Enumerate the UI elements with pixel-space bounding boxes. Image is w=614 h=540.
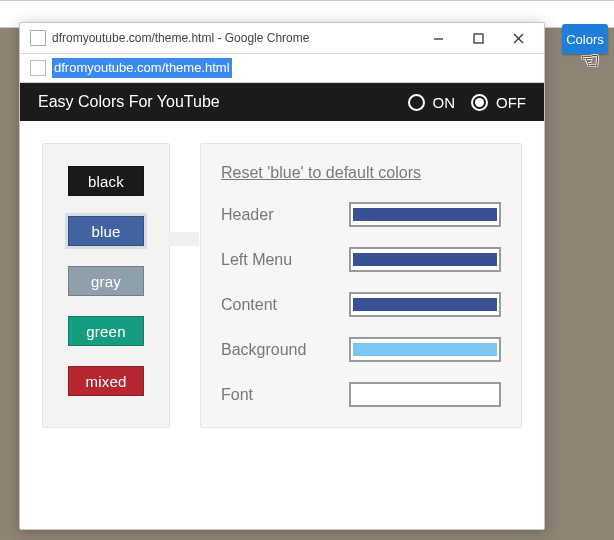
minimize-button[interactable] — [418, 25, 458, 51]
row-label: Header — [221, 206, 349, 224]
color-row-font: Font — [221, 382, 501, 407]
row-label: Background — [221, 341, 349, 359]
maximize-button[interactable] — [458, 25, 498, 51]
window-controls — [418, 25, 538, 51]
theme-label: green — [86, 323, 125, 340]
theme-label: gray — [91, 273, 121, 290]
color-swatch-background[interactable] — [349, 337, 501, 362]
theme-label: blue — [91, 223, 120, 240]
swatch-fill — [353, 298, 497, 311]
theme-button-mixed[interactable]: mixed — [68, 366, 144, 396]
row-label: Font — [221, 386, 349, 404]
document-icon — [30, 60, 46, 76]
toggle-off-label: OFF — [496, 94, 526, 111]
swatch-fill — [353, 388, 497, 401]
color-swatch-header[interactable] — [349, 202, 501, 227]
close-icon — [513, 33, 524, 44]
swatch-fill — [353, 253, 497, 266]
color-settings-panel: Reset 'blue' to default colors Header Le… — [200, 143, 522, 428]
swatch-fill — [353, 343, 497, 356]
cursor-icon: ☜ — [580, 48, 600, 74]
svg-rect-1 — [474, 34, 483, 43]
row-label: Content — [221, 296, 349, 314]
minimize-icon — [433, 33, 444, 44]
address-url: dfromyoutube.com/theme.html — [52, 58, 232, 78]
reset-link[interactable]: Reset 'blue' to default colors — [221, 164, 421, 181]
row-label: Left Menu — [221, 251, 349, 269]
swatch-fill — [353, 208, 497, 221]
theme-sidebar: black blue gray green mixed — [42, 143, 170, 428]
color-row-content: Content — [221, 292, 501, 317]
theme-label: mixed — [85, 373, 126, 390]
color-swatch-leftmenu[interactable] — [349, 247, 501, 272]
color-swatch-font[interactable] — [349, 382, 501, 407]
app-header: Easy Colors For YouTube ON OFF — [20, 83, 544, 121]
color-row-header: Header — [221, 202, 501, 227]
app-title: Easy Colors For YouTube — [38, 93, 220, 111]
content-area: black blue gray green mixed Reset 'blue'… — [20, 121, 544, 450]
color-swatch-content[interactable] — [349, 292, 501, 317]
address-bar[interactable]: dfromyoutube.com/theme.html — [20, 54, 544, 83]
theme-button-blue[interactable]: blue — [68, 216, 144, 246]
toggle-group: ON OFF — [396, 94, 527, 111]
colors-extension-label: Colors — [566, 32, 604, 47]
maximize-icon — [473, 33, 484, 44]
popup-window: dfromyoutube.com/theme.html - Google Chr… — [19, 22, 545, 530]
theme-button-green[interactable]: green — [68, 316, 144, 346]
color-row-leftmenu: Left Menu — [221, 247, 501, 272]
sidebar-connector — [169, 232, 199, 246]
page-icon — [30, 30, 46, 46]
theme-button-black[interactable]: black — [68, 166, 144, 196]
toggle-on-label: ON — [433, 94, 456, 111]
window-title: dfromyoutube.com/theme.html - Google Chr… — [52, 31, 418, 45]
theme-label: black — [88, 173, 124, 190]
toggle-off-radio[interactable] — [471, 94, 488, 111]
theme-button-gray[interactable]: gray — [68, 266, 144, 296]
window-titlebar: dfromyoutube.com/theme.html - Google Chr… — [20, 23, 544, 54]
toggle-on-radio[interactable] — [408, 94, 425, 111]
close-button[interactable] — [498, 25, 538, 51]
color-row-background: Background — [221, 337, 501, 362]
